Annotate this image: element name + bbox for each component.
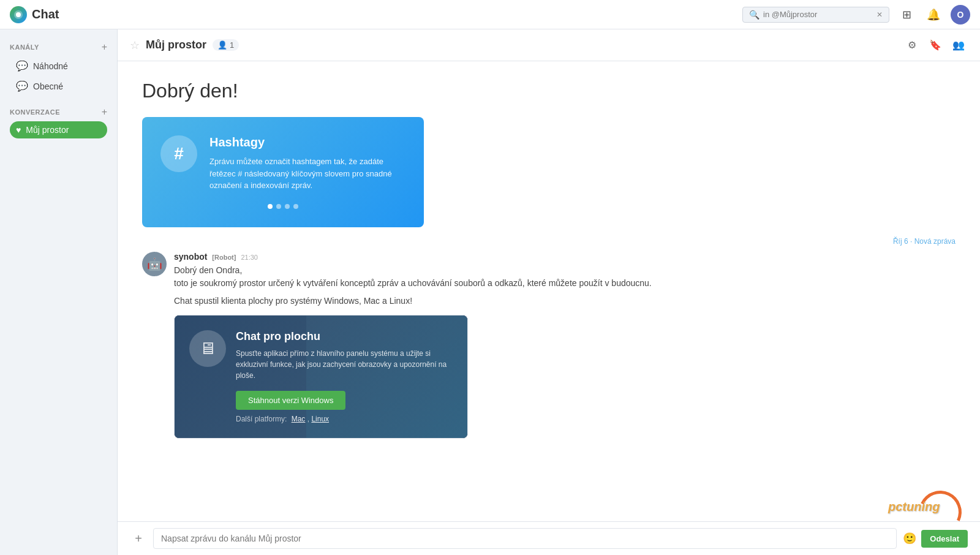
mac-link[interactable]: Mac: [292, 415, 306, 423]
info-card: # Hashtagy Zprávu můžete označit hashtag…: [142, 117, 424, 227]
bot-avatar: 🤖: [142, 252, 167, 276]
desktop-icon-circle: 🖥: [189, 330, 226, 367]
info-card-inner: # Hashtagy Zprávu můžete označit hashtag…: [160, 135, 405, 192]
layout: KANÁLY + 💬 Náhodné 💬 Obecné KONVERZACE +…: [0, 0, 980, 555]
search-bar[interactable]: 🔍 ✕: [742, 7, 889, 23]
messages-area: Dobrý den! # Hashtagy Zprávu můžete ozna…: [118, 61, 980, 521]
add-channel-icon[interactable]: +: [102, 42, 107, 53]
channel-icon-general: 💬: [16, 80, 28, 92]
hashtag-symbol: #: [174, 144, 184, 164]
member-count: 1: [230, 40, 234, 50]
watermark-container: pctuning: [888, 500, 962, 537]
desktop-card-text: Chat pro plochu Spusťte aplikaci přímo z…: [236, 330, 453, 423]
heart-icon: ♥: [16, 125, 21, 135]
app-logo: [10, 6, 27, 23]
dot-1[interactable]: [268, 204, 273, 209]
platforms-line: Další platformy: Mac , Linux: [236, 415, 453, 423]
member-icon: 👤: [217, 40, 227, 50]
message-text-1: Dobrý den Ondra,: [174, 264, 956, 277]
add-attachment-button[interactable]: +: [130, 530, 147, 547]
download-windows-button[interactable]: Stáhnout verzi Windows: [236, 391, 345, 410]
robot-icon: 🤖: [147, 257, 162, 271]
member-badge: 👤 1: [213, 39, 239, 51]
bookmark-icon[interactable]: 🔖: [926, 36, 944, 55]
linux-link[interactable]: Linux: [311, 415, 329, 423]
header-right: 🔍 ✕ ⊞ 🔔 O: [742, 5, 970, 25]
conversations-header: KONVERZACE +: [10, 107, 107, 118]
channel-header-left: ☆ Můj prostor 👤 1: [130, 39, 239, 52]
info-card-title: Hashtagy: [209, 135, 405, 149]
sidebar-item-my-space[interactable]: ♥ Můj prostor: [10, 121, 107, 138]
channel-header-right: ⚙ 🔖 👥: [903, 36, 968, 55]
desktop-app-card: 🖥 Chat pro plochu Spusťte aplikaci přímo…: [174, 315, 468, 439]
info-card-desc: Zprávu můžete označit hashtagem tak, že …: [209, 156, 405, 192]
dot-2[interactable]: [276, 204, 281, 209]
top-header: Chat 🔍 ✕ ⊞ 🔔 O: [0, 0, 980, 29]
desktop-card-desc: Spusťte aplikaci přímo z hlavního panelu…: [236, 348, 453, 381]
channels-section: KANÁLY + 💬 Náhodné 💬 Obecné: [0, 34, 117, 99]
sidebar-item-general[interactable]: 💬 Obecné: [10, 77, 107, 96]
platforms-label: Další platformy:: [236, 415, 287, 423]
channel-header: ☆ Můj prostor 👤 1 ⚙ 🔖 👥: [118, 29, 980, 61]
date-divider: Říj 6 · Nová zpráva: [142, 237, 956, 246]
message-input[interactable]: [153, 528, 897, 549]
message-body: synobot [Robot] 21:30 Dobrý den Ondra, t…: [174, 252, 956, 439]
search-input[interactable]: [763, 10, 873, 19]
notifications-icon[interactable]: 🔔: [924, 5, 943, 25]
members-panel-icon[interactable]: 👥: [949, 36, 968, 55]
channel-label-random: Náhodné: [33, 61, 68, 71]
desktop-card-title: Chat pro plochu: [236, 330, 453, 343]
conversation-label-my-space: Můj prostor: [26, 125, 69, 135]
conversations-label: KONVERZACE: [10, 108, 60, 116]
author-name: synobot: [174, 252, 207, 262]
channels-header: KANÁLY +: [10, 42, 107, 53]
welcome-title: Dobrý den!: [142, 80, 956, 102]
channel-label-general: Obecné: [33, 81, 63, 91]
add-conversation-icon[interactable]: +: [102, 107, 107, 118]
channels-label: KANÁLY: [10, 43, 39, 51]
search-clear-icon[interactable]: ✕: [876, 10, 883, 19]
header-left: Chat: [10, 6, 59, 23]
watermark: pctuning: [888, 500, 962, 537]
sidebar: KANÁLY + 💬 Náhodné 💬 Obecné KONVERZACE +…: [0, 29, 118, 555]
message-header: synobot [Robot] 21:30: [174, 252, 956, 262]
hashtag-icon-circle: #: [160, 135, 197, 172]
message-text-2: toto je soukromý prostor určený k vytvář…: [174, 277, 956, 290]
message-time: 21:30: [241, 254, 258, 261]
dot-4[interactable]: [293, 204, 298, 209]
settings-icon[interactable]: ⚙: [903, 36, 921, 55]
watermark-text: pctuning: [888, 500, 940, 513]
robot-tag: [Robot]: [212, 254, 236, 261]
avatar[interactable]: O: [951, 5, 970, 25]
main-panel: ☆ Můj prostor 👤 1 ⚙ 🔖 👥 Dobrý den!: [118, 29, 980, 555]
message-item: 🤖 synobot [Robot] 21:30 Dobrý den Ondra,…: [142, 252, 956, 439]
conversations-section: KONVERZACE + ♥ Můj prostor: [0, 99, 117, 142]
search-icon: 🔍: [749, 10, 760, 20]
app-title: Chat: [32, 7, 59, 21]
monitor-icon: 🖥: [199, 338, 216, 358]
desktop-card-content: 🖥 Chat pro plochu Spusťte aplikaci přímo…: [175, 315, 467, 438]
info-card-content: Hashtagy Zprávu můžete označit hashtagem…: [209, 135, 405, 192]
message-input-bar: + 🙂 Odeslat: [118, 521, 980, 555]
favorite-icon[interactable]: ☆: [130, 39, 140, 52]
card-dots: [160, 204, 405, 209]
sidebar-item-random[interactable]: 💬 Náhodné: [10, 56, 107, 75]
channel-icon-random: 💬: [16, 60, 28, 72]
message-author: synobot [Robot]: [174, 252, 236, 262]
channel-name: Můj prostor: [146, 39, 206, 51]
message-text-3: Chat spustil klienta plochy pro systémy …: [174, 295, 956, 308]
dot-3[interactable]: [285, 204, 290, 209]
grid-icon[interactable]: ⊞: [897, 5, 916, 25]
svg-point-1: [16, 12, 21, 17]
